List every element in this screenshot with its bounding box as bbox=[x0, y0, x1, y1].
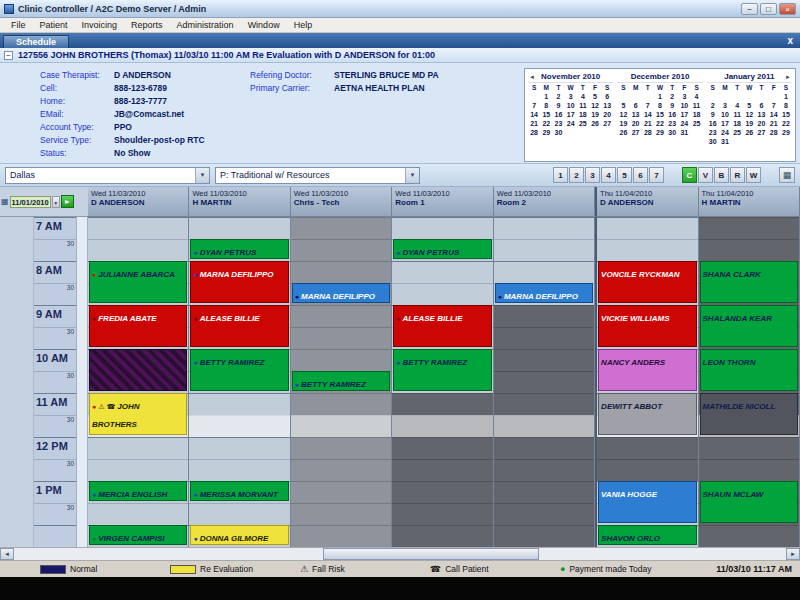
calendar-day[interactable]: 14 bbox=[642, 110, 654, 119]
date-dropdown-icon[interactable]: ▼ bbox=[52, 196, 60, 208]
schedule-column[interactable]: ●DYAN PETRUS●ALEASE BILLIE●BETTY RAMIREZ bbox=[392, 217, 493, 547]
calendar-day[interactable]: 25 bbox=[690, 119, 702, 128]
calendar-day[interactable]: 20 bbox=[755, 119, 767, 128]
calendar-day[interactable]: 11 bbox=[731, 110, 743, 119]
tab-close-icon[interactable]: x bbox=[787, 34, 793, 48]
column-header[interactable]: Wed 11/03/2010H MARTIN bbox=[189, 187, 290, 217]
week-button-5[interactable]: 5 bbox=[617, 167, 632, 183]
appointment[interactable]: ●DYAN PETRUS bbox=[190, 239, 288, 259]
calendar-day[interactable]: 15 bbox=[654, 110, 666, 119]
calendar-day[interactable]: 5 bbox=[589, 92, 601, 101]
calendar-day[interactable]: 8 bbox=[780, 101, 792, 110]
chevron-down-icon[interactable]: ▼ bbox=[195, 168, 209, 183]
calendar-day[interactable]: 23 bbox=[666, 119, 678, 128]
calendar-day[interactable]: 13 bbox=[755, 110, 767, 119]
calendar-day[interactable]: 21 bbox=[642, 119, 654, 128]
calendar-day[interactable]: 1 bbox=[780, 92, 792, 101]
calendar-day[interactable]: 2 bbox=[666, 92, 678, 101]
appointment[interactable]: ●BETTY RAMIREZ bbox=[190, 349, 288, 391]
calendar-day[interactable]: 27 bbox=[601, 119, 613, 128]
calendar-day[interactable]: 16 bbox=[707, 119, 719, 128]
calendar-day[interactable]: 13 bbox=[601, 101, 613, 110]
calendar-day[interactable]: 3 bbox=[565, 92, 577, 101]
week-button-4[interactable]: 4 bbox=[601, 167, 616, 183]
calendar-day[interactable]: 5 bbox=[617, 101, 629, 110]
calendar-day[interactable]: 6 bbox=[755, 101, 767, 110]
calendar-day[interactable]: 19 bbox=[589, 110, 601, 119]
next-day-button[interactable]: ► bbox=[61, 195, 74, 208]
calendar-day[interactable]: 17 bbox=[719, 119, 731, 128]
menu-item-invoicing[interactable]: Invoicing bbox=[75, 20, 125, 30]
calendar-day[interactable]: 19 bbox=[617, 119, 629, 128]
calendar-toggle-button[interactable]: ▦ bbox=[779, 167, 795, 183]
calendar-day[interactable]: 31 bbox=[719, 137, 731, 146]
calendar-prev-icon[interactable]: ◄ bbox=[529, 71, 535, 83]
appointment[interactable]: VANIA HOGGE bbox=[598, 481, 696, 523]
calendar-day[interactable]: 23 bbox=[707, 128, 719, 137]
calendar-day[interactable]: 26 bbox=[589, 119, 601, 128]
close-button[interactable]: × bbox=[779, 3, 796, 15]
calendar-day[interactable]: 22 bbox=[654, 119, 666, 128]
menu-item-patient[interactable]: Patient bbox=[33, 20, 75, 30]
appointment[interactable]: ●MERISSA MORVANT bbox=[190, 481, 288, 501]
calendar-day[interactable]: 16 bbox=[552, 110, 564, 119]
calendar-day[interactable]: 24 bbox=[678, 119, 690, 128]
calendar-day[interactable]: 29 bbox=[540, 128, 552, 137]
calendar-day[interactable]: 22 bbox=[780, 119, 792, 128]
calendar-day[interactable]: 26 bbox=[617, 128, 629, 137]
column-header[interactable]: Wed 11/03/2010D ANDERSON bbox=[88, 187, 189, 217]
calendar-day[interactable]: 7 bbox=[642, 101, 654, 110]
calendar-day[interactable]: 21 bbox=[768, 119, 780, 128]
calendar-day[interactable]: 7 bbox=[528, 101, 540, 110]
calendar-day[interactable]: 2 bbox=[707, 101, 719, 110]
appointment[interactable]: ●DONNA GILMORE bbox=[190, 525, 288, 545]
calendar-day[interactable]: 28 bbox=[768, 128, 780, 137]
calendar-day[interactable]: 28 bbox=[642, 128, 654, 137]
column-header[interactable]: Thu 11/04/2010D ANDERSON bbox=[595, 187, 698, 217]
calendar-day[interactable]: 15 bbox=[780, 110, 792, 119]
appointment[interactable]: VONCILE RYCKMAN bbox=[598, 261, 696, 303]
calendar-day[interactable]: 14 bbox=[768, 110, 780, 119]
calendar-day[interactable]: 14 bbox=[528, 110, 540, 119]
appointment[interactable]: ●FREDIA ABATE bbox=[89, 305, 187, 347]
calendar-day[interactable]: 17 bbox=[565, 110, 577, 119]
location-select[interactable]: Dallas ▼ bbox=[5, 167, 210, 184]
schedule-column[interactable]: ●JULIANNE ABARCA●FREDIA ABATE●⚠☎JOHN BRO… bbox=[88, 217, 189, 547]
calendar-day[interactable]: 2 bbox=[552, 92, 564, 101]
calendar-day[interactable]: 11 bbox=[690, 101, 702, 110]
week-button-6[interactable]: 6 bbox=[633, 167, 648, 183]
schedule-column[interactable]: ●DYAN PETRUS●MARNA DEFILIPPO●ALEASE BILL… bbox=[189, 217, 290, 547]
calendar-day[interactable]: 26 bbox=[743, 128, 755, 137]
calendar-day[interactable]: 10 bbox=[719, 110, 731, 119]
column-header[interactable]: Wed 11/03/2010Chris - Tech bbox=[291, 187, 392, 217]
menu-item-help[interactable]: Help bbox=[287, 20, 320, 30]
calendar-day[interactable]: 16 bbox=[666, 110, 678, 119]
column-header[interactable]: Wed 11/03/2010Room 1 bbox=[392, 187, 493, 217]
maximize-button[interactable]: □ bbox=[760, 3, 777, 15]
calendar-day[interactable]: 3 bbox=[719, 101, 731, 110]
calendar-day[interactable]: 17 bbox=[678, 110, 690, 119]
calendar-day[interactable]: 22 bbox=[540, 119, 552, 128]
calendar-day[interactable]: 8 bbox=[654, 101, 666, 110]
schedule-column[interactable]: SHANA CLARKSHALANDA KEARLEON THORNMATHIL… bbox=[699, 217, 800, 547]
appointment[interactable]: ●⚠☎JOHN BROTHERS bbox=[89, 393, 187, 435]
calendar-day[interactable]: 18 bbox=[577, 110, 589, 119]
tab-schedule[interactable]: Schedule bbox=[3, 35, 69, 48]
appointment[interactable]: ●BETTY RAMIREZ bbox=[393, 349, 491, 391]
minimize-button[interactable]: − bbox=[741, 3, 758, 15]
scroll-left-icon[interactable]: ◄ bbox=[0, 548, 14, 560]
calendar-day[interactable]: 20 bbox=[630, 119, 642, 128]
calendar-day[interactable]: 12 bbox=[743, 110, 755, 119]
calendar-day[interactable]: 4 bbox=[690, 92, 702, 101]
current-date[interactable]: 11/01/2010 bbox=[10, 196, 51, 208]
collapse-button[interactable]: − bbox=[4, 51, 13, 60]
appointment[interactable]: MATHILDE NICOLL bbox=[700, 393, 798, 435]
view-button-w[interactable]: W bbox=[746, 167, 761, 183]
calendar-day[interactable]: 27 bbox=[630, 128, 642, 137]
calendar-day[interactable]: 6 bbox=[601, 92, 613, 101]
horizontal-scrollbar[interactable]: ◄ ► bbox=[0, 547, 800, 560]
calendar-day[interactable]: 15 bbox=[540, 110, 552, 119]
calendar-day[interactable]: 25 bbox=[577, 119, 589, 128]
appointment[interactable]: ●MERCIA ENGLISH bbox=[89, 481, 187, 501]
menu-item-file[interactable]: File bbox=[4, 20, 33, 30]
